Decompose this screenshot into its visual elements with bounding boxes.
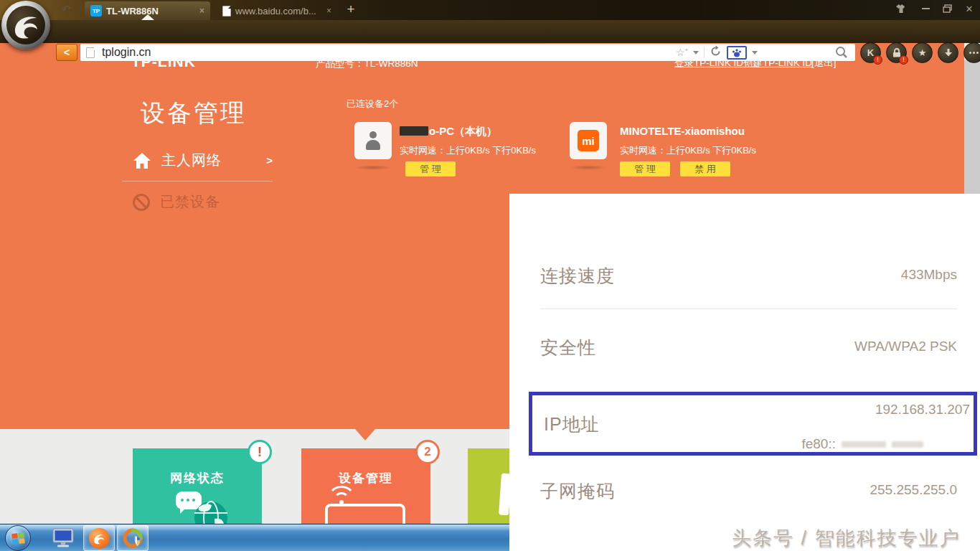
manage-button-pc[interactable]: 管 理 bbox=[405, 161, 456, 176]
taskbar-security-app-button[interactable] bbox=[117, 525, 149, 551]
cheetah-icon bbox=[89, 528, 110, 549]
favorites-star-button[interactable]: ★ bbox=[912, 42, 933, 63]
manage-button-xiaomi[interactable]: 管 理 bbox=[620, 161, 670, 176]
sidebar-item-main-network[interactable]: 主人网络 > bbox=[133, 151, 273, 170]
browser-addressbar: < tplogin.cn ☆+ K ! bbox=[0, 20, 980, 43]
ip-address-highlight-box: IP地址 192.168.31.207 fe80:: bbox=[529, 392, 977, 456]
start-button[interactable] bbox=[5, 525, 31, 551]
new-tab-button[interactable]: + bbox=[343, 1, 359, 17]
tab-baidu[interactable]: www.baidu.com/b... × bbox=[217, 1, 337, 20]
taskbar-computer-icon[interactable] bbox=[47, 526, 79, 550]
row-divider bbox=[540, 309, 957, 309]
device-details-panel: 连接速度 433Mbps 安全性 WPA/WPA2 PSK IP地址 192.1… bbox=[509, 194, 980, 551]
bookmark-dropdown-icon[interactable] bbox=[693, 51, 699, 55]
sidebar-disabled-label: 已禁设备 bbox=[160, 192, 220, 212]
divider bbox=[704, 47, 705, 58]
active-tab-notch bbox=[141, 14, 154, 20]
row-label-security: 安全性 bbox=[540, 336, 596, 359]
person-icon bbox=[365, 131, 381, 150]
alert-badge: ! bbox=[899, 55, 908, 65]
kingsoft-button[interactable]: K ! bbox=[860, 42, 881, 63]
masked-ipv6-segment bbox=[892, 441, 923, 448]
sidebar-item-disabled-devices[interactable]: 已禁设备 bbox=[133, 192, 220, 212]
active-tile-caret bbox=[355, 429, 375, 441]
windows-logo-icon bbox=[11, 532, 26, 545]
device-name-xiaomi: MINOTELTE-xiaomishou bbox=[620, 125, 745, 137]
minimize-button[interactable] bbox=[916, 2, 935, 15]
paw-dropdown-icon[interactable] bbox=[752, 51, 758, 55]
banned-icon bbox=[133, 194, 150, 211]
device-avatar-xiaomi: mi bbox=[570, 122, 607, 159]
device-speed-xiaomi: 实时网速：上行0KB/s 下行0KB/s bbox=[620, 144, 756, 157]
security-lock-button[interactable]: ! bbox=[886, 42, 907, 63]
browser-tabstrip: ↶ TP TL-WR886N × www.baidu.com/b... × + … bbox=[0, 0, 980, 20]
row-label-subnet: 子网掩码 bbox=[540, 479, 615, 503]
close-button[interactable]: ✕ bbox=[960, 2, 979, 15]
tp-link-favicon: TP bbox=[90, 5, 102, 17]
avatar-shadow bbox=[354, 165, 392, 170]
row-value-ipv6: fe80:: bbox=[801, 436, 923, 452]
mi-logo-icon: mi bbox=[578, 130, 599, 151]
page-title: 设备管理 bbox=[141, 97, 247, 130]
home-icon bbox=[133, 152, 151, 169]
globe-icon bbox=[193, 500, 229, 524]
watermark-text: 头条号 / 智能科技专业户 bbox=[732, 525, 980, 551]
skin-icon[interactable] bbox=[892, 2, 910, 15]
baidu-paw-icon[interactable] bbox=[727, 46, 747, 60]
row-value-speed: 433Mbps bbox=[901, 267, 957, 283]
url-text[interactable]: tplogin.cn bbox=[102, 46, 151, 59]
back-history-icon[interactable]: ↶ bbox=[62, 3, 71, 16]
k-letter: K bbox=[867, 47, 874, 58]
alert-badge: ! bbox=[248, 440, 272, 464]
page-icon bbox=[222, 6, 231, 17]
row-label-speed: 连接速度 bbox=[540, 264, 615, 288]
disable-button-xiaomi[interactable]: 禁 用 bbox=[680, 161, 730, 176]
sidebar-divider bbox=[122, 181, 273, 182]
count-badge: 2 bbox=[415, 440, 440, 464]
refresh-icon[interactable] bbox=[710, 45, 722, 60]
screen: ↶ TP TL-WR886N × www.baidu.com/b... × + … bbox=[0, 0, 980, 551]
device-avatar-pc bbox=[354, 122, 392, 159]
connected-count-label: 已连设备2个 bbox=[347, 98, 398, 110]
more-button[interactable] bbox=[963, 42, 980, 63]
taskbar-cheetah-browser-button[interactable] bbox=[83, 525, 115, 551]
tab-close-icon[interactable]: × bbox=[326, 6, 331, 16]
row-label-ip: IP地址 bbox=[544, 413, 600, 436]
alert-badge: ! bbox=[873, 55, 882, 65]
tab-close-icon[interactable]: × bbox=[199, 6, 204, 16]
url-field[interactable]: tplogin.cn ☆+ bbox=[80, 44, 855, 61]
row-value-subnet: 255.255.255.0 bbox=[870, 482, 957, 498]
masked-name-segment bbox=[400, 126, 428, 136]
tile-network-status[interactable]: 网络状态 bbox=[133, 448, 262, 524]
avatar-shadow bbox=[569, 165, 608, 170]
page-icon bbox=[86, 47, 95, 58]
tile-device-management[interactable]: 设备管理 bbox=[301, 448, 430, 524]
ipv6-prefix: fe80:: bbox=[801, 436, 836, 452]
sidebar-main-label: 主人网络 bbox=[161, 151, 222, 170]
chevron-right-icon: > bbox=[266, 154, 273, 166]
tile-network-status-label: 网络状态 bbox=[133, 470, 262, 486]
device-name-text: o-PC（本机） bbox=[429, 125, 497, 137]
tab-baidu-label: www.baidu.com/b... bbox=[235, 6, 316, 17]
row-value-security: WPA/WPA2 PSK bbox=[854, 339, 957, 354]
restore-button[interactable] bbox=[938, 2, 956, 15]
cheetah-browser-logo[interactable] bbox=[1, 1, 50, 50]
router-admin-page: TP-LINK 产品型号：TL-WR886N 登录TP-LINK ID 创建TP… bbox=[0, 43, 980, 551]
masked-ipv6-segment bbox=[842, 441, 886, 448]
tile-device-management-label: 设备管理 bbox=[301, 470, 430, 486]
router-device-icon bbox=[325, 504, 405, 524]
device-speed-pc: 实时网速：上行0KB/s 下行0KB/s bbox=[400, 144, 536, 157]
device-name-pc: o-PC（本机） bbox=[400, 125, 497, 138]
bookmark-add-icon[interactable]: ☆+ bbox=[676, 47, 688, 58]
back-button[interactable]: < bbox=[56, 44, 77, 61]
security-app-icon bbox=[123, 528, 143, 548]
cheetah-logo-inner bbox=[6, 6, 45, 44]
row-value-ipv4: 192.168.31.207 bbox=[875, 402, 970, 418]
download-button[interactable] bbox=[938, 42, 958, 63]
browser-scrollbar[interactable] bbox=[964, 43, 980, 194]
search-icon[interactable] bbox=[835, 46, 848, 62]
